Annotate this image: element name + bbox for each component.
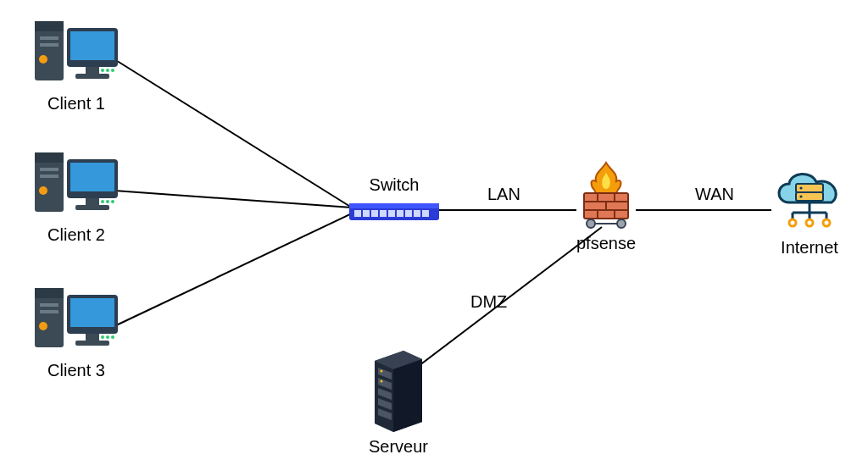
svg-point-35 <box>111 335 114 339</box>
svg-point-60 <box>799 186 802 189</box>
node-pfsense-label: pfsense <box>568 234 644 253</box>
node-internet-label: Internet <box>763 238 856 258</box>
svg-rect-26 <box>40 303 58 307</box>
svg-point-28 <box>39 322 47 330</box>
svg-rect-8 <box>75 74 109 79</box>
svg-rect-6 <box>70 31 114 60</box>
link-client2-switch <box>114 191 352 208</box>
link-label-dmz: DMZ <box>470 292 507 312</box>
link-label-lan: LAN <box>487 185 520 204</box>
svg-point-11 <box>111 69 114 72</box>
node-client2: Client 2 <box>25 144 127 245</box>
svg-rect-38 <box>354 210 361 217</box>
node-serveur-label: Serveur <box>356 437 441 457</box>
node-pfsense: pfsense <box>568 161 644 253</box>
firewall-icon <box>572 161 640 229</box>
svg-rect-37 <box>349 203 439 208</box>
link-client3-switch <box>114 213 352 326</box>
svg-rect-3 <box>40 43 58 47</box>
svg-rect-40 <box>371 210 378 217</box>
node-switch-label: Switch <box>348 175 441 195</box>
svg-point-34 <box>106 335 109 339</box>
link-client1-switch <box>114 59 352 208</box>
node-switch: Switch <box>348 174 441 229</box>
svg-point-55 <box>587 219 595 228</box>
svg-rect-20 <box>75 205 109 210</box>
svg-point-68 <box>806 219 813 226</box>
node-client3: Client 3 <box>25 280 127 380</box>
svg-rect-41 <box>380 210 387 217</box>
svg-point-33 <box>101 335 104 339</box>
svg-point-78 <box>381 370 383 373</box>
svg-rect-1 <box>35 21 64 31</box>
svg-rect-43 <box>397 210 403 217</box>
svg-rect-45 <box>414 210 420 217</box>
svg-point-4 <box>39 55 47 64</box>
node-client2-label: Client 2 <box>25 225 127 245</box>
desktop-computer-icon <box>30 13 123 89</box>
svg-rect-15 <box>40 175 58 178</box>
desktop-computer-icon <box>30 280 123 356</box>
svg-rect-44 <box>405 210 412 217</box>
link-label-wan: WAN <box>695 185 734 204</box>
svg-point-9 <box>101 69 104 72</box>
svg-rect-39 <box>363 210 370 217</box>
node-client3-label: Client 3 <box>25 361 127 380</box>
svg-marker-72 <box>393 359 422 432</box>
svg-rect-32 <box>75 341 109 346</box>
desktop-computer-icon <box>30 144 123 220</box>
node-serveur: Serveur <box>356 347 441 457</box>
svg-rect-31 <box>86 334 99 341</box>
svg-point-56 <box>617 219 626 228</box>
svg-point-67 <box>789 219 796 226</box>
svg-rect-2 <box>40 36 58 40</box>
node-internet: Internet <box>763 165 856 258</box>
svg-point-69 <box>823 219 830 226</box>
network-diagram: LAN WAN DMZ Client 1 <box>0 0 868 471</box>
network-switch-icon <box>348 198 441 225</box>
cloud-internet-icon <box>767 165 852 233</box>
svg-point-10 <box>106 69 109 72</box>
svg-rect-19 <box>86 198 99 205</box>
svg-point-79 <box>381 380 383 383</box>
server-rack-icon <box>364 347 432 432</box>
svg-point-21 <box>101 200 104 203</box>
node-client1-label: Client 1 <box>25 94 127 114</box>
svg-rect-7 <box>86 67 99 74</box>
svg-rect-46 <box>422 210 429 217</box>
svg-point-22 <box>106 200 109 203</box>
svg-rect-27 <box>40 310 58 313</box>
node-client1: Client 1 <box>25 13 127 114</box>
svg-rect-14 <box>40 168 58 171</box>
svg-point-23 <box>111 200 114 203</box>
svg-rect-18 <box>70 163 114 191</box>
svg-rect-30 <box>70 298 114 327</box>
svg-rect-42 <box>388 210 395 217</box>
svg-point-61 <box>799 195 802 197</box>
svg-point-16 <box>39 186 47 195</box>
svg-rect-13 <box>35 152 64 163</box>
svg-rect-25 <box>35 288 64 298</box>
